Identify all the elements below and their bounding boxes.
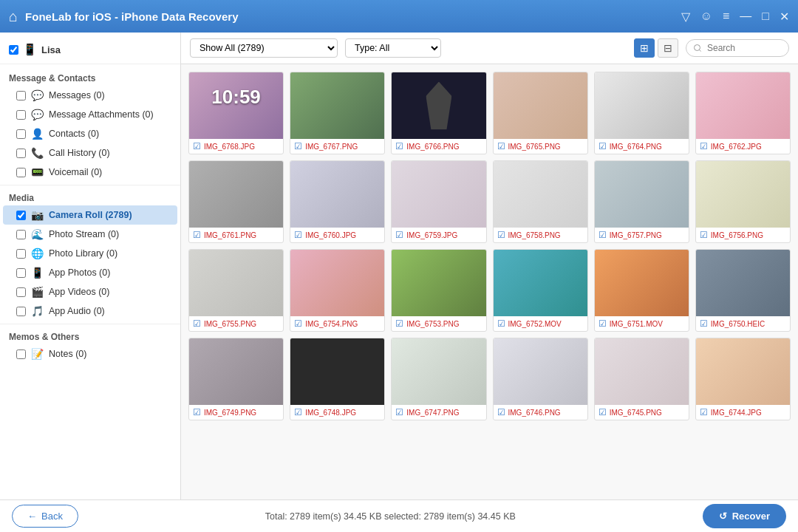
wifi-icon[interactable]: ▽	[681, 10, 690, 24]
grid-view-button[interactable]: ⊞	[634, 38, 655, 58]
device-name: Lisa	[41, 44, 61, 55]
type-select[interactable]: Type: All Type: JPG Type: PNG Type: MOV …	[345, 38, 441, 58]
contacts-checkbox[interactable]	[16, 129, 26, 139]
close-button[interactable]: ✕	[780, 10, 789, 24]
sidebar-item-voicemail[interactable]: 📟 Voicemail (0)	[0, 163, 180, 182]
photo-cell[interactable]: ☑IMG_6751.MOV	[594, 249, 689, 332]
photo-cell[interactable]: ☑IMG_6752.MOV	[493, 249, 588, 332]
photo-cell[interactable]: ☑IMG_6766.PNG	[391, 72, 486, 154]
photo-thumbnail	[595, 72, 689, 139]
photo-cell[interactable]: ☑IMG_6754.PNG	[290, 249, 385, 332]
app-videos-label: App Videos (0)	[49, 287, 109, 297]
list-view-button[interactable]: ⊟	[658, 38, 678, 58]
back-button[interactable]: ← Back	[12, 505, 78, 528]
photo-cell[interactable]: ☑IMG_6757.PNG	[594, 160, 689, 243]
search-input[interactable]	[686, 39, 789, 57]
messages-label: Messages (0)	[49, 90, 105, 100]
sidebar-item-notes[interactable]: 📝 Notes (0)	[0, 344, 180, 364]
photo-filename: IMG_6747.PNG	[406, 409, 459, 417]
sidebar-item-app-videos[interactable]: 🎬 App Videos (0)	[0, 282, 180, 301]
photo-cell[interactable]: ☑IMG_6761.PNG	[188, 160, 284, 243]
photo-filename: IMG_6762.JPG	[711, 143, 762, 151]
photo-checkbox-icon: ☑	[294, 230, 302, 240]
app-photos-checkbox[interactable]	[16, 268, 26, 278]
sidebar-item-message-attachments[interactable]: 💬 Message Attachments (0)	[0, 105, 180, 124]
photo-name-row: ☑IMG_6758.PNG	[494, 228, 587, 242]
photo-thumbnail	[595, 161, 689, 228]
device-item[interactable]: 📱 Lisa	[0, 38, 180, 64]
camera-roll-checkbox[interactable]	[16, 211, 26, 220]
photo-cell[interactable]: ☑IMG_6759.JPG	[391, 160, 486, 243]
photo-cell[interactable]: ☑IMG_6750.HEIC	[695, 249, 791, 332]
photo-thumbnail	[696, 338, 790, 405]
photo-name-row: ☑IMG_6762.JPG	[696, 139, 790, 154]
divider-2	[0, 324, 180, 324]
chat-icon[interactable]: ☺	[700, 10, 712, 23]
photo-checkbox-icon: ☑	[700, 230, 708, 240]
photo-cell[interactable]: ☑IMG_6760.JPG	[290, 160, 385, 243]
sidebar-item-messages[interactable]: 💬 Messages (0)	[0, 86, 180, 105]
photo-cell[interactable]: ☑IMG_6749.PNG	[188, 338, 284, 420]
photo-cell[interactable]: ☑IMG_6745.PNG	[594, 338, 689, 420]
app-videos-checkbox[interactable]	[16, 287, 26, 297]
photo-checkbox-icon: ☑	[497, 141, 505, 151]
notes-checkbox[interactable]	[16, 349, 26, 359]
msg-attach-checkbox[interactable]	[16, 110, 26, 120]
photo-filename: IMG_6760.JPG	[305, 231, 356, 239]
photo-name-row: ☑IMG_6744.JPG	[696, 405, 790, 420]
photo-cell[interactable]: ☑IMG_6767.PNG	[290, 72, 385, 154]
sidebar-item-photo-stream[interactable]: 🌊 Photo Stream (0)	[0, 225, 180, 244]
photo-checkbox-icon: ☑	[395, 141, 403, 151]
sidebar-item-app-photos[interactable]: 📱 App Photos (0)	[0, 263, 180, 282]
sidebar-item-app-audio[interactable]: 🎵 App Audio (0)	[0, 301, 180, 321]
photo-filename: IMG_6757.PNG	[610, 231, 662, 239]
photo-cell[interactable]: ☑IMG_6762.JPG	[695, 72, 791, 154]
photo-library-checkbox[interactable]	[16, 249, 26, 259]
voicemail-icon: 📟	[30, 166, 44, 178]
home-icon[interactable]: ⌂	[9, 8, 18, 25]
call-history-icon: 📞	[30, 147, 44, 159]
photo-thumbnail	[392, 250, 485, 316]
voicemail-checkbox[interactable]	[16, 168, 26, 177]
photo-thumbnail	[595, 250, 689, 316]
sidebar-item-photo-library[interactable]: 🌐 Photo Library (0)	[0, 244, 180, 263]
maximize-button[interactable]: □	[762, 10, 769, 23]
photo-cell[interactable]: ☑IMG_6744.JPG	[695, 338, 791, 420]
messages-checkbox[interactable]	[16, 91, 26, 100]
photo-checkbox-icon: ☑	[598, 141, 607, 151]
photo-thumbnail	[290, 338, 384, 405]
call-history-checkbox[interactable]	[16, 149, 26, 158]
recover-button[interactable]: ↺ Recover	[703, 504, 786, 528]
app-audio-checkbox[interactable]	[16, 307, 26, 316]
photo-stream-checkbox[interactable]	[16, 230, 26, 239]
status-bar: ← Back Total: 2789 item(s) 34.45 KB sele…	[0, 499, 798, 532]
sidebar-item-call-history[interactable]: 📞 Call History (0)	[0, 143, 180, 163]
menu-icon[interactable]: ≡	[723, 10, 729, 23]
photo-cell[interactable]: ☑IMG_6748.JPG	[290, 338, 385, 420]
sidebar-item-camera-roll[interactable]: 📷 Camera Roll (2789)	[3, 205, 177, 225]
photo-name-row: ☑IMG_6751.MOV	[595, 316, 689, 331]
photo-cell[interactable]: ☑IMG_6758.PNG	[493, 160, 588, 243]
photo-filename: IMG_6753.PNG	[406, 320, 459, 328]
show-all-select[interactable]: Show All (2789)	[190, 38, 338, 58]
device-checkbox[interactable]	[9, 45, 18, 55]
photo-cell[interactable]: ☑IMG_6764.PNG	[594, 72, 689, 154]
photo-filename: IMG_6764.PNG	[610, 143, 662, 151]
minimize-button[interactable]: —	[740, 10, 751, 23]
sidebar-item-contacts[interactable]: 👤 Contacts (0)	[0, 124, 180, 143]
photo-filename: IMG_6745.PNG	[610, 409, 662, 417]
photo-cell[interactable]: ☑IMG_6765.PNG	[493, 72, 588, 154]
photo-cell[interactable]: ☑IMG_6747.PNG	[391, 338, 486, 420]
photo-grid-area: 10:59☑IMG_6768.JPG☑IMG_6767.PNG☑IMG_6766…	[181, 64, 798, 499]
photo-checkbox-icon: ☑	[294, 407, 302, 417]
photo-cell[interactable]: 10:59☑IMG_6768.JPG	[188, 72, 284, 154]
photo-checkbox-icon: ☑	[193, 230, 201, 240]
photo-cell[interactable]: ☑IMG_6756.PNG	[695, 160, 791, 243]
photo-name-row: ☑IMG_6752.MOV	[494, 316, 587, 331]
recover-icon: ↺	[719, 511, 727, 522]
photo-cell[interactable]: ☑IMG_6755.PNG	[188, 249, 284, 332]
photo-filename: IMG_6751.MOV	[610, 320, 663, 328]
photo-cell[interactable]: ☑IMG_6746.PNG	[493, 338, 588, 420]
photo-cell[interactable]: ☑IMG_6753.PNG	[391, 249, 486, 332]
photo-stream-icon: 🌊	[30, 228, 44, 240]
